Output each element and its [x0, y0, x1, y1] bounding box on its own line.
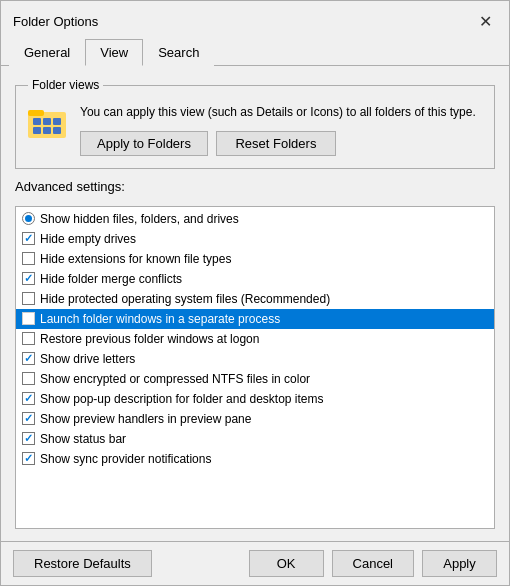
- checkbox-hide-empty-drives[interactable]: [22, 232, 35, 245]
- checkbox-show-popup[interactable]: [22, 392, 35, 405]
- restore-defaults-button[interactable]: Restore Defaults: [13, 550, 152, 577]
- settings-list-container: Show hidden files, folders, and drives H…: [15, 206, 495, 529]
- folder-views-group: Folder views: [15, 78, 495, 169]
- setting-show-sync-notifications[interactable]: Show sync provider notifications: [16, 449, 494, 469]
- checkbox-show-drive-letters[interactable]: [22, 352, 35, 365]
- setting-hide-folder-merge[interactable]: Hide folder merge conflicts: [16, 269, 494, 289]
- checkbox-show-preview-handlers[interactable]: [22, 412, 35, 425]
- setting-label: Launch folder windows in a separate proc…: [40, 312, 280, 326]
- setting-show-popup[interactable]: Show pop-up description for folder and d…: [16, 389, 494, 409]
- dialog-title: Folder Options: [13, 14, 98, 29]
- setting-label: Hide folder merge conflicts: [40, 272, 182, 286]
- setting-label: Show encrypted or compressed NTFS files …: [40, 372, 310, 386]
- setting-show-preview-handlers[interactable]: Show preview handlers in preview pane: [16, 409, 494, 429]
- checkbox-show-sync-notifications[interactable]: [22, 452, 35, 465]
- setting-show-drive-letters[interactable]: Show drive letters: [16, 349, 494, 369]
- close-button[interactable]: ✕: [473, 9, 497, 33]
- svg-rect-4: [53, 118, 61, 125]
- setting-hide-empty-drives[interactable]: Hide empty drives: [16, 229, 494, 249]
- checkbox-launch-separate[interactable]: [22, 312, 35, 325]
- setting-label: Hide empty drives: [40, 232, 136, 246]
- setting-label: Restore previous folder windows at logon: [40, 332, 259, 346]
- setting-hide-protected[interactable]: Hide protected operating system files (R…: [16, 289, 494, 309]
- settings-list[interactable]: Show hidden files, folders, and drives H…: [16, 207, 494, 528]
- setting-label: Show drive letters: [40, 352, 135, 366]
- checkbox-hide-extensions[interactable]: [22, 252, 35, 265]
- svg-rect-1: [28, 110, 44, 116]
- main-content: Folder views: [1, 66, 509, 541]
- tab-search[interactable]: Search: [143, 39, 214, 66]
- checkbox-restore-previous[interactable]: [22, 332, 35, 345]
- svg-rect-6: [43, 127, 51, 134]
- advanced-settings-label: Advanced settings:: [15, 179, 495, 194]
- ok-button[interactable]: OK: [249, 550, 324, 577]
- folder-views-text: You can apply this view (such as Details…: [80, 104, 476, 121]
- checkbox-hide-protected[interactable]: [22, 292, 35, 305]
- setting-label: Hide protected operating system files (R…: [40, 292, 330, 306]
- setting-label: Show hidden files, folders, and drives: [40, 212, 239, 226]
- setting-label: Show sync provider notifications: [40, 452, 211, 466]
- tab-view[interactable]: View: [85, 39, 143, 66]
- checkbox-show-encrypted[interactable]: [22, 372, 35, 385]
- svg-rect-5: [33, 127, 41, 134]
- setting-show-encrypted[interactable]: Show encrypted or compressed NTFS files …: [16, 369, 494, 389]
- setting-restore-previous[interactable]: Restore previous folder windows at logon: [16, 329, 494, 349]
- title-bar: Folder Options ✕: [1, 1, 509, 39]
- apply-button[interactable]: Apply: [422, 550, 497, 577]
- folder-views-description: You can apply this view (such as Details…: [80, 104, 476, 156]
- svg-rect-3: [43, 118, 51, 125]
- reset-folders-button[interactable]: Reset Folders: [216, 131, 336, 156]
- setting-show-status-bar[interactable]: Show status bar: [16, 429, 494, 449]
- folder-views-inner: You can apply this view (such as Details…: [28, 104, 482, 156]
- setting-label: Hide extensions for known file types: [40, 252, 231, 266]
- cancel-button[interactable]: Cancel: [332, 550, 414, 577]
- setting-label: Show status bar: [40, 432, 126, 446]
- apply-to-folders-button[interactable]: Apply to Folders: [80, 131, 208, 156]
- checkbox-hide-folder-merge[interactable]: [22, 272, 35, 285]
- tab-bar: General View Search: [1, 39, 509, 66]
- tab-general[interactable]: General: [9, 39, 85, 66]
- folder-views-buttons: Apply to Folders Reset Folders: [80, 131, 476, 156]
- svg-rect-7: [53, 127, 61, 134]
- setting-show-hidden[interactable]: Show hidden files, folders, and drives: [16, 209, 494, 229]
- folder-icon: [28, 104, 68, 140]
- setting-label: Show preview handlers in preview pane: [40, 412, 251, 426]
- dialog-footer: Restore Defaults OK Cancel Apply: [1, 541, 509, 585]
- setting-hide-extensions[interactable]: Hide extensions for known file types: [16, 249, 494, 269]
- svg-rect-2: [33, 118, 41, 125]
- folder-options-dialog: Folder Options ✕ General View Search Fol…: [0, 0, 510, 586]
- setting-launch-separate[interactable]: Launch folder windows in a separate proc…: [16, 309, 494, 329]
- checkbox-show-status-bar[interactable]: [22, 432, 35, 445]
- radio-show-hidden[interactable]: [22, 212, 35, 225]
- setting-label: Show pop-up description for folder and d…: [40, 392, 324, 406]
- folder-views-legend: Folder views: [28, 78, 103, 92]
